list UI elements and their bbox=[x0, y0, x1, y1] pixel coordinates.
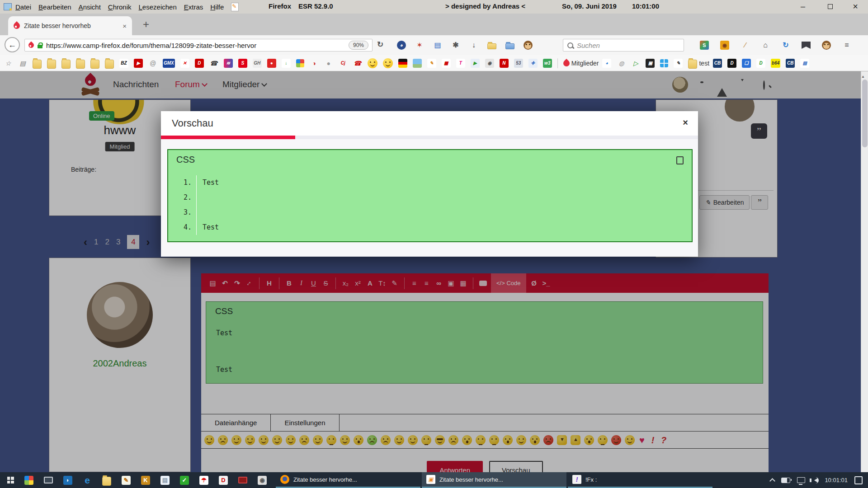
back-button[interactable]: ← bbox=[5, 37, 20, 52]
search-input[interactable]: Suchen bbox=[563, 39, 684, 52]
d-red-icon[interactable]: D bbox=[219, 476, 228, 485]
volume-icon[interactable] bbox=[814, 478, 818, 483]
menu-item[interactable]: Bearbeiten bbox=[38, 3, 71, 11]
bookmark-item[interactable]: ❑ bbox=[742, 59, 753, 68]
copy-icon[interactable] bbox=[676, 156, 684, 164]
menu-item[interactable]: Chronik bbox=[108, 3, 132, 11]
bookmark-item[interactable] bbox=[76, 58, 87, 69]
stylish-icon[interactable]: S bbox=[700, 41, 709, 50]
bookmark-item[interactable]: ≋ bbox=[224, 59, 235, 68]
bookmark-item[interactable]: test bbox=[688, 58, 709, 69]
menu-item[interactable]: Hilfe bbox=[210, 3, 224, 11]
url-text[interactable]: https://www.camp-firefox.de/forum/thema/… bbox=[46, 42, 345, 49]
bookmark-item[interactable]: ✚ bbox=[528, 59, 539, 68]
gear-icon[interactable]: ✱ bbox=[451, 41, 460, 50]
bookmark-item[interactable]: ↓ bbox=[282, 59, 292, 68]
bookmark-item[interactable] bbox=[105, 58, 116, 69]
bookmark-item[interactable] bbox=[61, 58, 72, 69]
bookmark-item[interactable]: D bbox=[727, 59, 738, 68]
bookmark-item[interactable]: Cj bbox=[339, 59, 349, 68]
bookmark-item[interactable]: ▣ bbox=[646, 59, 656, 68]
bookmark-item[interactable]: ◑ bbox=[310, 59, 321, 68]
folder-blue-icon[interactable] bbox=[505, 43, 514, 49]
explorer-icon[interactable] bbox=[102, 477, 111, 486]
bookmark-item[interactable] bbox=[557, 58, 560, 68]
scrollbar-thumb[interactable] bbox=[862, 80, 868, 147]
bookmark-item[interactable]: Mitglieder bbox=[563, 60, 599, 67]
task-button[interactable]: ▣ Zitate besser hervorhe... bbox=[422, 472, 566, 488]
bookmark-item[interactable]: ☎ bbox=[353, 59, 364, 68]
bookmark-item[interactable]: ✎ bbox=[427, 59, 438, 68]
bookmark-item[interactable]: CB bbox=[713, 59, 724, 68]
bookmark-item[interactable] bbox=[660, 59, 670, 67]
zoom-level-badge[interactable]: 90% bbox=[349, 41, 368, 50]
app-monitor-icon[interactable] bbox=[44, 477, 53, 483]
bookmark-item[interactable]: BZ bbox=[119, 59, 130, 68]
start-button[interactable] bbox=[0, 472, 21, 488]
bookmark-item[interactable]: ☎ bbox=[209, 59, 220, 68]
line-text[interactable] bbox=[197, 205, 203, 220]
check-icon[interactable]: ✓ bbox=[180, 476, 189, 485]
network-icon[interactable] bbox=[797, 477, 805, 483]
quicksearch-icon[interactable]: ◉ bbox=[720, 41, 729, 50]
bookmark-item[interactable]: @ bbox=[148, 59, 159, 68]
bookmark-item[interactable]: ▶ bbox=[471, 59, 481, 68]
new-tab-button[interactable]: + bbox=[143, 18, 149, 31]
bookmark-item[interactable] bbox=[90, 58, 101, 69]
bookmark-item[interactable]: ▶ bbox=[134, 59, 145, 68]
thunderbird-icon[interactable]: ◗ bbox=[63, 476, 72, 485]
bookmark-item[interactable]: ✎ bbox=[674, 59, 684, 68]
tray-expand-icon[interactable] bbox=[770, 478, 776, 484]
bookmark-flag-icon[interactable] bbox=[802, 42, 811, 49]
scroll-up-icon[interactable]: ▲ bbox=[861, 75, 865, 79]
figure-icon[interactable]: ✶ bbox=[415, 41, 424, 50]
bookmark-item[interactable]: S bbox=[238, 59, 249, 68]
bookmark-item[interactable] bbox=[368, 58, 379, 68]
bookmark-item[interactable]: ◍ bbox=[617, 59, 627, 68]
bookmark-item[interactable] bbox=[33, 58, 43, 69]
bookmark-item[interactable]: T bbox=[456, 59, 467, 68]
cleaner-icon[interactable]: ∕ bbox=[741, 41, 750, 50]
notepad-icon[interactable]: ▤ bbox=[160, 476, 170, 485]
bookmark-item[interactable]: b64 bbox=[771, 59, 782, 68]
note-icon[interactable] bbox=[231, 3, 239, 11]
camera-icon[interactable]: ◉ bbox=[258, 476, 267, 485]
bookmark-item[interactable]: ☆ bbox=[4, 59, 14, 68]
download-icon[interactable]: ↓ bbox=[469, 41, 478, 50]
menu-item[interactable]: Ansicht bbox=[79, 3, 101, 11]
menu-item[interactable]: Datei bbox=[15, 3, 31, 11]
bookmark-item[interactable]: CB bbox=[786, 59, 797, 68]
bookmark-item[interactable]: w3 bbox=[543, 59, 554, 68]
panel-icon[interactable]: ▤ bbox=[433, 41, 442, 50]
tray-clock[interactable]: 10:01:01 bbox=[825, 477, 848, 483]
menu-icon[interactable]: ≡ bbox=[842, 41, 851, 50]
sync-icon[interactable]: ↻ bbox=[781, 41, 790, 50]
bookmark-item[interactable]: ● bbox=[324, 59, 335, 68]
menu-item[interactable]: Lesezeichen bbox=[139, 3, 177, 11]
tor-icon[interactable]: ◕ bbox=[397, 41, 406, 50]
browser-tab[interactable]: Zitate besser hervorheb × bbox=[8, 16, 132, 35]
modal-close-icon[interactable]: × bbox=[683, 117, 688, 128]
reload-button[interactable]: ↻ bbox=[377, 40, 383, 49]
bookmark-item[interactable]: N bbox=[500, 59, 510, 68]
folder-open-icon[interactable] bbox=[487, 43, 496, 49]
avira-icon[interactable]: ☂ bbox=[199, 476, 208, 485]
red-monitor-icon[interactable] bbox=[238, 477, 247, 483]
bookmark-item[interactable]: ◉ bbox=[485, 59, 496, 68]
notification-center-icon[interactable] bbox=[854, 476, 863, 484]
bookmark-item[interactable] bbox=[47, 58, 58, 69]
bookmark-item[interactable] bbox=[383, 58, 395, 68]
task-button[interactable]: ! !Fx : bbox=[568, 472, 712, 488]
minimize-button[interactable]: – bbox=[793, 0, 813, 13]
bookmark-item[interactable]: ▷ bbox=[631, 59, 642, 68]
bookmark-item[interactable]: D bbox=[756, 59, 767, 68]
menu-item[interactable]: Extras bbox=[184, 3, 203, 11]
bookmark-item[interactable]: GMX bbox=[163, 59, 177, 68]
bookmark-item[interactable]: GH bbox=[253, 59, 264, 68]
monkey-icon[interactable] bbox=[524, 41, 533, 50]
bookmark-item[interactable]: ◕ bbox=[602, 59, 613, 68]
monkey2-icon[interactable] bbox=[822, 41, 831, 50]
line-text[interactable]: Test bbox=[197, 175, 219, 190]
restore-button[interactable] bbox=[820, 0, 840, 13]
keepass-icon[interactable]: K bbox=[141, 476, 150, 485]
